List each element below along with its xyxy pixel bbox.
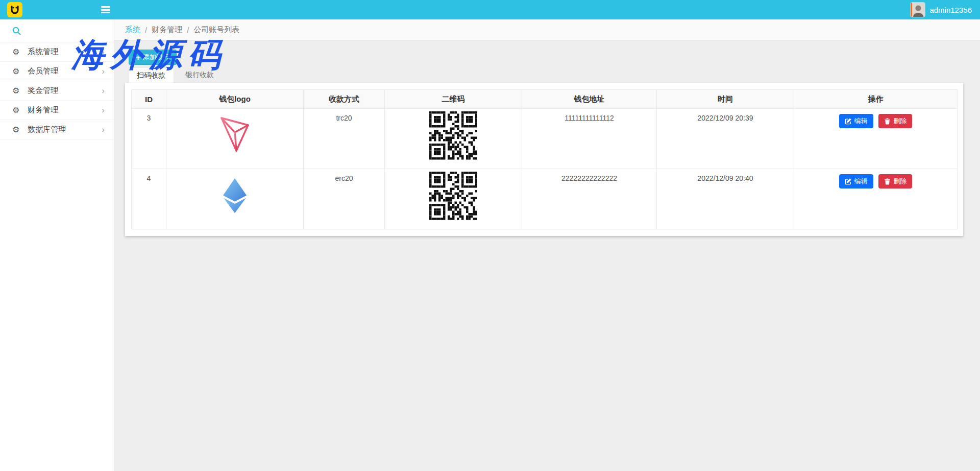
sidebar: ⚙ 系统管理 › ⚙ 会员管理 › ⚙ 奖金管理 › ⚙ 财务管理 › ⚙ 数据… [0, 19, 114, 471]
qr-code-image [385, 111, 522, 161]
smiley-u-logo-icon [7, 2, 22, 17]
accounts-table: ID 钱包logo 收款方式 二维码 钱包地址 时间 操作 3 [131, 89, 958, 229]
app-logo[interactable] [7, 2, 22, 17]
cell-time: 2022/12/09 20:40 [657, 169, 794, 229]
gear-icon: ⚙ [12, 67, 19, 76]
col-header-address: 钱包地址 [522, 90, 657, 109]
breadcrumb-separator: / [187, 26, 189, 34]
edit-button-label: 编辑 [854, 116, 868, 126]
col-header-time: 时间 [657, 90, 794, 109]
breadcrumb: 系统 / 财务管理 / 公司账号列表 [114, 19, 980, 41]
trash-icon [884, 117, 891, 125]
gear-icon: ⚙ [12, 126, 19, 134]
chevron-right-icon: › [102, 48, 105, 56]
cell-actions: 编辑 删除 [794, 109, 958, 169]
breadcrumb-separator: / [145, 26, 147, 34]
cell-actions: 编辑 删除 [794, 169, 958, 229]
col-header-qrcode: 二维码 [385, 90, 522, 109]
trash-icon [884, 178, 891, 185]
col-header-actions: 操作 [794, 90, 958, 109]
sidebar-item-label: 系统管理 [28, 47, 58, 57]
cell-method: trc20 [304, 109, 385, 169]
sidebar-item-label: 财务管理 [28, 105, 58, 115]
cell-id: 4 [132, 169, 166, 229]
user-menu[interactable]: admin12356 [911, 3, 980, 17]
cell-wallet-logo [166, 109, 304, 169]
cell-qrcode [385, 169, 522, 229]
chevron-right-icon: › [102, 125, 105, 134]
sidebar-search[interactable] [0, 19, 114, 42]
hamburger-menu-icon[interactable] [101, 6, 110, 13]
sidebar-item-system[interactable]: ⚙ 系统管理 › [0, 42, 114, 62]
edit-pencil-icon [845, 117, 852, 125]
gear-icon: ⚙ [12, 106, 19, 114]
accounts-panel: ID 钱包logo 收款方式 二维码 钱包地址 时间 操作 3 [125, 83, 963, 236]
col-header-method: 收款方式 [304, 90, 385, 109]
cell-time: 2022/12/09 20:39 [657, 109, 794, 169]
delete-button[interactable]: 删除 [878, 174, 912, 189]
sidebar-item-members[interactable]: ⚙ 会员管理 › [0, 62, 114, 81]
table-row: 3 [132, 109, 958, 169]
breadcrumb-item-accounts: 公司账号列表 [193, 25, 239, 35]
delete-button-label: 删除 [893, 177, 906, 186]
edit-button[interactable]: 编辑 [839, 114, 873, 128]
sidebar-item-bonus[interactable]: ⚙ 奖金管理 › [0, 81, 114, 101]
chevron-right-icon: › [102, 67, 105, 76]
cell-qrcode [385, 109, 522, 169]
tab-scan-pay[interactable]: 扫码收款 [128, 67, 174, 83]
tab-bar: 扫码收款 银行收款 [128, 67, 225, 83]
qr-code-image [385, 172, 522, 222]
ethereum-logo-icon [223, 178, 247, 213]
sidebar-item-label: 奖金管理 [28, 86, 58, 96]
avatar-photo-icon [911, 3, 925, 17]
tron-logo-icon [218, 115, 251, 153]
add-bank-button-label: 添加银行 [143, 53, 169, 62]
cell-method: erc20 [304, 169, 385, 229]
add-bank-button[interactable]: + 添加银行 [129, 50, 177, 65]
edit-button-label: 编辑 [854, 177, 868, 186]
main-content: 系统 / 财务管理 / 公司账号列表 + 添加银行 扫码收款 银行收款 ID 钱… [114, 19, 980, 471]
chevron-right-icon: › [102, 106, 105, 114]
cell-wallet-address: 22222222222222 [522, 169, 657, 229]
col-header-id: ID [132, 90, 166, 109]
table-header-row: ID 钱包logo 收款方式 二维码 钱包地址 时间 操作 [132, 90, 958, 109]
sidebar-item-label: 会员管理 [28, 66, 58, 76]
sidebar-item-database[interactable]: ⚙ 数据库管理 › [0, 120, 114, 139]
plus-icon: + [136, 54, 140, 61]
gear-icon: ⚙ [12, 87, 19, 95]
cell-wallet-address: 11111111111112 [522, 109, 657, 169]
tab-bank-pay[interactable]: 银行收款 [174, 67, 225, 83]
user-avatar [911, 3, 925, 17]
chevron-right-icon: › [102, 86, 105, 95]
edit-pencil-icon [845, 178, 852, 185]
delete-button-label: 删除 [893, 116, 906, 126]
cell-wallet-logo [166, 169, 304, 229]
breadcrumb-link-system[interactable]: 系统 [125, 25, 140, 35]
username-label: admin12356 [929, 6, 972, 14]
cell-id: 3 [132, 109, 166, 169]
delete-button[interactable]: 删除 [878, 114, 912, 128]
table-row: 4 erc20 [132, 169, 958, 229]
sidebar-item-label: 数据库管理 [28, 125, 66, 134]
breadcrumb-item-finance: 财务管理 [152, 25, 182, 35]
edit-button[interactable]: 编辑 [839, 174, 873, 189]
sidebar-item-finance[interactable]: ⚙ 财务管理 › [0, 101, 114, 120]
top-bar: admin12356 [0, 0, 980, 19]
gear-icon: ⚙ [12, 48, 19, 56]
col-header-wallet-logo: 钱包logo [166, 90, 304, 109]
search-icon [12, 27, 21, 35]
